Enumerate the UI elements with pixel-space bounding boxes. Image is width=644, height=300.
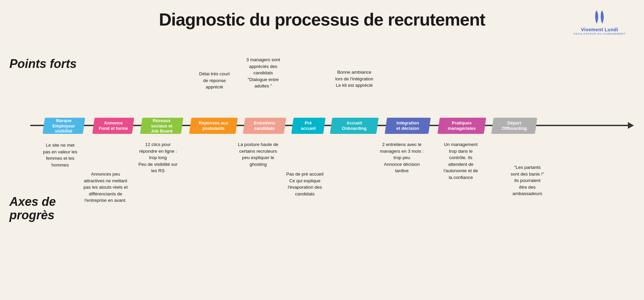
ann-reseaux-below: 12 clics pourrépondre en ligne :trop lon… [130, 141, 186, 174]
logo: Vivement Lundi FACILITATEUR DU CHANGEMEN… [574, 8, 626, 35]
page: Diagnostic du processus de recrutement V… [0, 0, 644, 300]
points-forts-label: Points forts [9, 57, 77, 71]
ann-accueil-above: Bonne ambiancelors de l'intégrationLe ki… [321, 69, 388, 89]
stage-accueil: AccueilOnboarding [330, 118, 379, 134]
ann-annonce-below: Annonces peuattractives ne mettantpas le… [73, 171, 138, 204]
stage-integration: Intégrationet décision [385, 118, 431, 134]
logo-text-main: Vivement Lundi [581, 27, 618, 32]
stage-pratiques: Pratiquesmanagériales [438, 118, 486, 134]
ann-marque-below: Le site ne metpas en valeur lesfemmes et… [34, 142, 87, 168]
stage-entretiens: Entretienscandidats [243, 118, 286, 134]
stage-annonce: AnnonceFond et forme [92, 118, 134, 134]
stage-pre: Préaccueil [291, 118, 326, 134]
ann-integration-below: 2 entretiens avec lemanagers en 3 mois :… [369, 141, 435, 174]
page-title: Diagnostic du processus de recrutement [0, 0, 644, 30]
ann-pratiques-below: Un managementtrop dans lecontrôle. Ilsat… [431, 141, 491, 181]
logo-icon [590, 8, 609, 27]
timeline-arrow [628, 122, 634, 129]
axes-progres-label: Axes deprogrès [9, 195, 56, 222]
stage-depart: DépartOffboarding [491, 118, 537, 134]
ann-reponses-above: Délai très courtde réponseapprécié [189, 71, 240, 90]
ann-entretiens-below: La posture haute decertains recruteurspe… [229, 141, 287, 167]
ann-entretiens-above: 3 managers sontappréciés descandidats"Di… [235, 57, 292, 89]
logo-text-sub: FACILITATEUR DU CHANGEMENT [574, 32, 626, 35]
stage-reponses: Réponses auxpostulants [189, 118, 238, 134]
ann-pre-below: Pas de pré accueilCe qui expliquel'évapo… [274, 171, 335, 197]
stage-marque: MarqueEmployeurvisibilité [43, 118, 85, 134]
stage-reseaux: Réseauxsociaux etJob Board [140, 118, 184, 134]
ann-depart-below: "Les partantssont des banis !"Ils pourra… [498, 164, 557, 197]
